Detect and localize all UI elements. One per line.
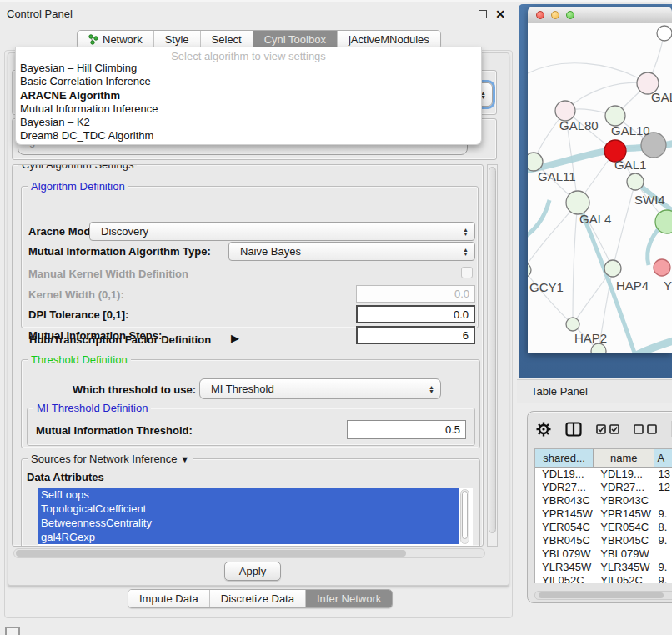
- network-window: GAL GAL80 GAL10 GAL1 GAL11 SWI4 GAL4 GCY…: [528, 7, 672, 352]
- dropdown-option[interactable]: Bayesian – Hill Climbing: [16, 62, 481, 75]
- tab-jactivemnodules[interactable]: jActiveMNodules: [338, 31, 440, 48]
- algorithm-dropdown-popup: Select algorithm to view settings Bayesi…: [15, 48, 482, 145]
- close-window-icon[interactable]: [536, 11, 544, 19]
- which-threshold-combobox[interactable]: MI Threshold ▲▼: [199, 378, 441, 399]
- table-row[interactable]: YPR145W YPR145W 9.: [535, 508, 672, 521]
- network-canvas[interactable]: GAL GAL80 GAL10 GAL1 GAL11 SWI4 GAL4 GCY…: [528, 23, 672, 352]
- table-row[interactable]: YLR345W YLR345W 9.: [535, 561, 672, 574]
- node-label: GAL11: [538, 169, 576, 183]
- table-row[interactable]: YBL079W YBL079W: [535, 548, 672, 561]
- combo-stepper-icon: ▲▼: [463, 228, 469, 236]
- dropdown-option[interactable]: Dream8 DC_TDC Algorithm: [16, 129, 481, 142]
- table-panel-window: shared... name A YDL19... YDL19... 13 YD…: [527, 411, 672, 603]
- tab-cyni-toolbox[interactable]: Cyni Toolbox: [253, 31, 338, 48]
- table-row[interactable]: YER054C YER054C 8.: [535, 521, 672, 534]
- cyni-algorithm-settings-group: Cyni Algorithm Settings Algorithm Defini…: [12, 164, 484, 547]
- network-graph[interactable]: GAL GAL80 GAL10 GAL1 GAL11 SWI4 GAL4 GCY…: [528, 23, 672, 352]
- minimized-panel-icon[interactable]: [5, 627, 20, 635]
- table-row[interactable]: YDL19... YDL19... 13: [535, 468, 672, 481]
- data-attributes-label: Data Attributes: [27, 471, 104, 483]
- hub-definition-label: Hub/Transcription Factor Definition: [29, 333, 211, 346]
- close-panel-icon[interactable]: ✕: [495, 10, 505, 18]
- kernel-width-field[interactable]: 0.0: [356, 285, 475, 302]
- dropdown-option-highlighted[interactable]: ARACNE Algorithm: [16, 89, 481, 102]
- node-hap2[interactable]: [566, 318, 579, 331]
- mi-type-label: Mutual Information Algorithm Type:: [28, 245, 211, 258]
- select-all-checkboxes-icon[interactable]: [596, 424, 619, 434]
- mi-threshold-field[interactable]: 0.5: [347, 420, 466, 439]
- column-header[interactable]: A: [654, 449, 672, 468]
- mi-type-combobox[interactable]: Naive Bayes ▲▼: [228, 242, 475, 261]
- tab-infer-network[interactable]: Infer Network: [306, 590, 392, 608]
- node-label: GAL1: [614, 158, 646, 172]
- sources-title: Sources for Network Inference ▼: [28, 452, 193, 465]
- table-row[interactable]: YDR27... YDR27... 12: [535, 481, 672, 494]
- dpi-tolerance-field[interactable]: 0.0: [356, 305, 475, 323]
- node-hap4[interactable]: [604, 260, 621, 277]
- aracne-mode-combobox[interactable]: Discovery ▲▼: [89, 222, 475, 241]
- network-labels: GAL GAL80 GAL10 GAL1 GAL11 SWI4 GAL4 GCY…: [529, 90, 672, 345]
- split-columns-icon[interactable]: [565, 422, 582, 437]
- which-threshold-label: Which threshold to use:: [73, 383, 196, 396]
- combo-stepper-icon: ▲▼: [429, 385, 434, 393]
- table-row[interactable]: YBR043C YBR043C: [535, 494, 672, 508]
- algorithm-definition-group: Algorithm Definition Aracne Mode: Discov…: [21, 186, 479, 328]
- column-header[interactable]: name: [594, 449, 654, 468]
- mi-threshold-title: MI Threshold Definition: [33, 402, 151, 414]
- table-row[interactable]: YBR045C YBR045C 9.: [535, 534, 672, 548]
- kernel-width-label: Kernel Width (0,1):: [28, 288, 124, 301]
- network-icon: [88, 34, 98, 45]
- node-label: SWI4: [634, 192, 665, 207]
- column-header[interactable]: shared...: [535, 449, 594, 468]
- settings-horizontal-scrollbar[interactable]: [13, 548, 485, 558]
- attribute-table[interactable]: shared... name A YDL19... YDL19... 13 YD…: [534, 448, 672, 583]
- table-horizontal-scrollbar[interactable]: [534, 591, 672, 600]
- node-label: HAP2: [574, 331, 607, 345]
- manual-kernel-checkbox[interactable]: [461, 267, 473, 278]
- tab-style[interactable]: Style: [154, 31, 201, 48]
- node-label: GCY1: [529, 280, 564, 294]
- dropdown-option[interactable]: Basic Correlation Inference: [16, 75, 481, 88]
- node-gal4[interactable]: [566, 191, 589, 214]
- app-root: Control Panel ✕ Network Style Select Cyn…: [0, 0, 672, 635]
- list-item[interactable]: gal4RGexp: [38, 530, 459, 544]
- expand-arrow-icon[interactable]: ▶: [231, 332, 239, 344]
- bottom-tab-bar: Impute Data Discretize Data Infer Networ…: [128, 589, 393, 608]
- apply-button[interactable]: Apply: [224, 562, 281, 581]
- tab-network[interactable]: Network: [78, 31, 154, 48]
- minimize-window-icon[interactable]: [551, 11, 559, 19]
- node-gal1[interactable]: [627, 173, 644, 190]
- node[interactable]: [657, 26, 672, 41]
- panel-title: Control Panel: [7, 8, 73, 20]
- data-attributes-list[interactable]: SelfLoops TopologicalCoefficient Between…: [38, 488, 473, 547]
- list-item[interactable]: TopologicalCoefficient: [38, 502, 459, 516]
- table-row[interactable]: YIL052C YIL052C 9.: [535, 574, 672, 583]
- dropdown-option[interactable]: Mutual Information Inference: [16, 102, 481, 116]
- settings-vertical-scrollbar[interactable]: [487, 164, 498, 547]
- node-label: GAL4: [579, 212, 611, 226]
- tab-select[interactable]: Select: [201, 31, 253, 48]
- network-window-titlebar[interactable]: [528, 7, 672, 23]
- zoom-window-icon[interactable]: [566, 11, 574, 19]
- tab-discretize-data[interactable]: Discretize Data: [210, 590, 306, 608]
- float-panel-icon[interactable]: [479, 10, 487, 18]
- node-label: GAL: [651, 90, 672, 104]
- node-gcy1[interactable]: [528, 262, 531, 278]
- manual-kernel-label: Manual Kernel Width Definition: [28, 268, 188, 280]
- deselect-all-checkboxes-icon[interactable]: [634, 424, 657, 434]
- mi-steps-field[interactable]: 6: [356, 326, 475, 344]
- node-label: Y: [664, 278, 672, 292]
- algorithm-definition-title: Algorithm Definition: [28, 180, 128, 192]
- dropdown-option[interactable]: Bayesian – K2: [16, 116, 481, 129]
- network-nodes[interactable]: [528, 26, 672, 352]
- gear-icon[interactable]: [536, 422, 551, 437]
- node-gal11[interactable]: [528, 152, 543, 171]
- list-scrollbar[interactable]: [460, 489, 469, 544]
- node-label: GAL80: [559, 118, 599, 132]
- list-item[interactable]: BetweennessCentrality: [38, 516, 459, 530]
- tab-impute-data[interactable]: Impute Data: [128, 590, 210, 608]
- node-salmon[interactable]: [654, 259, 670, 276]
- list-item[interactable]: SelfLoops: [38, 488, 459, 502]
- collapse-arrow-icon[interactable]: ▼: [180, 454, 189, 464]
- table-toolbar: [536, 420, 672, 438]
